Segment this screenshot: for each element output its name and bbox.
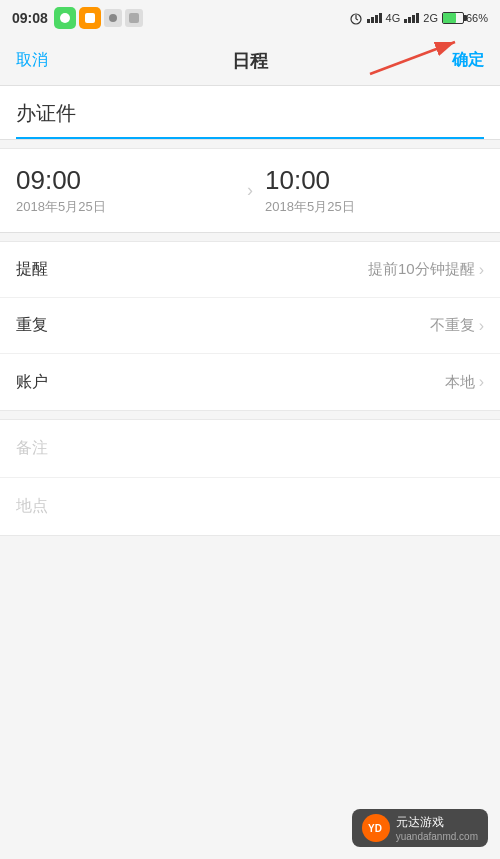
account-label: 账户 — [16, 372, 48, 393]
start-time-block[interactable]: 09:00 2018年5月25日 — [16, 165, 235, 216]
watermark-text-container: 元达游戏 yuandafanmd.com — [396, 814, 478, 842]
app-icon-extra — [104, 9, 122, 27]
input-underline — [16, 137, 484, 139]
watermark-logo: YD — [362, 814, 390, 842]
alarm-icon — [349, 11, 363, 25]
watermark-url: yuandafanmd.com — [396, 831, 478, 842]
end-time: 10:00 — [265, 165, 484, 196]
status-bar: 09:08 4G — [0, 0, 500, 36]
title-section — [0, 86, 500, 140]
reminder-chevron-icon: › — [479, 261, 484, 279]
app-icon-orange — [79, 7, 101, 29]
reminder-label: 提醒 — [16, 259, 48, 280]
nav-bar: 取消 日程 确定 — [0, 36, 500, 86]
svg-point-2 — [109, 14, 117, 22]
repeat-row[interactable]: 重复 不重复 › — [0, 298, 500, 354]
svg-point-0 — [60, 13, 70, 23]
time-display: 09:08 — [12, 10, 48, 26]
end-date: 2018年5月25日 — [265, 198, 484, 216]
watermark-name: 元达游戏 — [396, 814, 478, 831]
note-location-section: 备注 地点 — [0, 419, 500, 536]
time-section[interactable]: 09:00 2018年5月25日 › 10:00 2018年5月25日 — [0, 148, 500, 233]
account-row[interactable]: 账户 本地 › — [0, 354, 500, 410]
account-value-container: 本地 › — [445, 373, 484, 392]
page-title: 日程 — [232, 49, 268, 73]
end-time-block[interactable]: 10:00 2018年5月25日 — [265, 165, 484, 216]
location-label: 地点 — [16, 497, 48, 514]
network-label: 4G — [386, 12, 401, 24]
start-time: 09:00 — [16, 165, 235, 196]
note-label: 备注 — [16, 439, 48, 456]
title-input[interactable] — [16, 102, 484, 137]
svg-rect-3 — [129, 13, 139, 23]
signal-icon-2g — [404, 13, 419, 23]
signal-icon — [367, 13, 382, 23]
settings-section: 提醒 提前10分钟提醒 › 重复 不重复 › 账户 本地 › — [0, 241, 500, 411]
repeat-value-container: 不重复 › — [430, 316, 484, 335]
repeat-value: 不重复 — [430, 316, 475, 335]
time-separator-arrow: › — [235, 180, 265, 201]
repeat-label: 重复 — [16, 315, 48, 336]
reminder-row[interactable]: 提醒 提前10分钟提醒 › — [0, 242, 500, 298]
repeat-chevron-icon: › — [479, 317, 484, 335]
location-row[interactable]: 地点 — [0, 478, 500, 535]
reminder-value: 提前10分钟提醒 — [368, 260, 475, 279]
start-date: 2018年5月25日 — [16, 198, 235, 216]
svg-line-6 — [356, 19, 358, 20]
status-time: 09:08 — [12, 7, 143, 29]
svg-rect-1 — [85, 13, 95, 23]
cancel-button[interactable]: 取消 — [16, 50, 48, 71]
network-2g: 2G — [423, 12, 438, 24]
app-icon-extra2 — [125, 9, 143, 27]
status-right: 4G 2G 66% — [349, 11, 488, 25]
reminder-value-container: 提前10分钟提醒 › — [368, 260, 484, 279]
account-value: 本地 — [445, 373, 475, 392]
battery-level: 66% — [466, 12, 488, 24]
confirm-button[interactable]: 确定 — [452, 50, 484, 71]
watermark: YD 元达游戏 yuandafanmd.com — [352, 809, 488, 847]
battery-indicator: 66% — [442, 12, 488, 24]
app-icon-green — [54, 7, 76, 29]
bottom-spacer — [0, 536, 500, 836]
account-chevron-icon: › — [479, 373, 484, 391]
svg-text:YD: YD — [368, 823, 382, 834]
app-icons — [54, 7, 143, 29]
note-row[interactable]: 备注 — [0, 420, 500, 478]
